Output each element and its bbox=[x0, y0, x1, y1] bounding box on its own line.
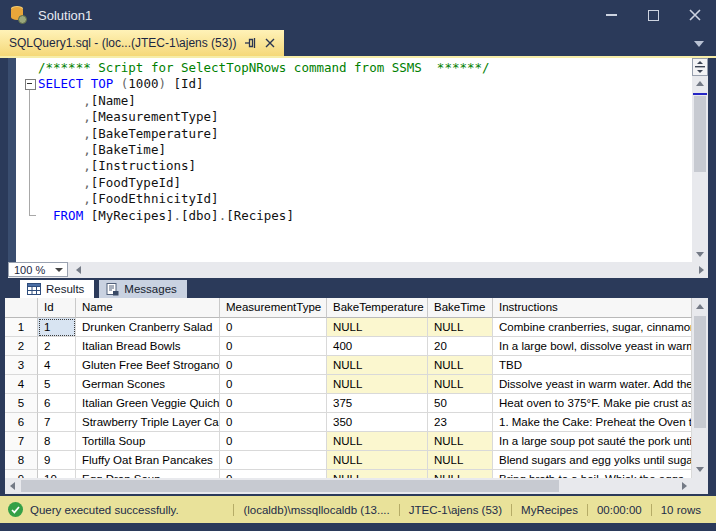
editor-vertical-scrollbar[interactable] bbox=[692, 76, 708, 262]
grid-cell[interactable]: 7 bbox=[38, 413, 76, 432]
grid-cell[interactable]: Italian Bread Bowls bbox=[76, 337, 220, 356]
grid-cell[interactable]: Combine cranberries, sugar, cinnamon, r bbox=[493, 318, 692, 337]
editor-vscroll-thumb[interactable] bbox=[694, 96, 706, 172]
grid-cell[interactable]: Strawberry Triple Layer Cake bbox=[76, 413, 220, 432]
scroll-left-icon[interactable] bbox=[10, 482, 15, 490]
grid-cell[interactable]: Fluffy Oat Bran Pancakes bbox=[76, 451, 220, 470]
editor-splitter-handle[interactable] bbox=[692, 58, 708, 76]
grid-cell[interactable]: 6 bbox=[38, 394, 76, 413]
pin-icon[interactable] bbox=[244, 37, 257, 49]
grid-cell[interactable]: 0 bbox=[220, 375, 327, 394]
grid-cell[interactable]: NULL bbox=[327, 470, 428, 478]
row-number-cell[interactable]: 6 bbox=[5, 413, 38, 432]
row-number-cell[interactable]: 7 bbox=[5, 432, 38, 451]
scroll-down-icon[interactable] bbox=[696, 467, 704, 472]
minimize-button[interactable] bbox=[590, 0, 632, 30]
column-header-baketemperature[interactable]: BakeTemperature bbox=[327, 298, 428, 318]
grid-cell[interactable]: 0 bbox=[220, 470, 327, 478]
document-tab-sqlquery1[interactable]: SQLQuery1.sql - (loc...(JTEC-1\ajens (53… bbox=[0, 30, 284, 56]
scroll-up-icon[interactable] bbox=[696, 304, 704, 309]
column-header-instructions[interactable]: Instructions bbox=[493, 298, 692, 318]
row-number-cell[interactable]: 9 bbox=[5, 470, 38, 478]
grid-cell[interactable]: NULL bbox=[428, 451, 493, 470]
ssms-solution-icon bbox=[9, 6, 27, 24]
grid-cell[interactable]: NULL bbox=[428, 432, 493, 451]
grid-cell[interactable]: Heat oven to 375°F. Make pie crust as d bbox=[493, 394, 692, 413]
grid-icon bbox=[27, 283, 41, 295]
grid-cell[interactable]: 375 bbox=[327, 394, 428, 413]
scroll-down-icon[interactable] bbox=[696, 252, 704, 257]
grid-cell[interactable]: 9 bbox=[38, 451, 76, 470]
grid-cell[interactable]: In a large bowl, dissolve yeast in warm … bbox=[493, 337, 692, 356]
editor-hscroll-left-icon[interactable] bbox=[76, 266, 81, 274]
grid-cell[interactable]: 0 bbox=[220, 413, 327, 432]
grid-cell[interactable]: Gluten Free Beef Stroganoff bbox=[76, 356, 220, 375]
column-header-name[interactable]: Name bbox=[76, 298, 220, 318]
grid-vscroll-thumb[interactable] bbox=[694, 316, 706, 428]
column-header-measurementtype[interactable]: MeasurementType bbox=[220, 298, 327, 318]
row-number-header[interactable] bbox=[5, 298, 38, 318]
grid-vertical-scrollbar[interactable] bbox=[692, 298, 708, 478]
grid-cell[interactable]: 2 bbox=[38, 337, 76, 356]
grid-cell[interactable]: 0 bbox=[220, 432, 327, 451]
grid-cell[interactable]: 400 bbox=[327, 337, 428, 356]
tab-results[interactable]: Results bbox=[20, 280, 94, 298]
table-row: 11Drunken Cranberry Salad0NULLNULLCombin… bbox=[5, 318, 692, 337]
grid-cell[interactable]: NULL bbox=[428, 470, 493, 478]
close-button[interactable] bbox=[674, 0, 716, 30]
grid-cell[interactable]: 8 bbox=[38, 432, 76, 451]
grid-horizontal-scrollbar[interactable] bbox=[5, 478, 692, 494]
grid-hscroll-thumb[interactable] bbox=[21, 480, 559, 492]
row-number-cell[interactable]: 3 bbox=[5, 356, 38, 375]
grid-cell[interactable]: Blend sugars and egg yolks until sugar d bbox=[493, 451, 692, 470]
row-number-cell[interactable]: 4 bbox=[5, 375, 38, 394]
grid-cell[interactable]: German Scones bbox=[76, 375, 220, 394]
grid-cell[interactable]: NULL bbox=[327, 451, 428, 470]
column-header-baketime[interactable]: BakeTime bbox=[428, 298, 493, 318]
grid-cell[interactable]: 0 bbox=[220, 318, 327, 337]
column-header-id[interactable]: Id bbox=[38, 298, 76, 318]
grid-cell[interactable]: 5 bbox=[38, 375, 76, 394]
maximize-button[interactable] bbox=[632, 0, 674, 30]
editor-zoom-select[interactable]: 100 % bbox=[8, 262, 68, 277]
grid-cell[interactable]: NULL bbox=[428, 318, 493, 337]
grid-cell[interactable]: NULL bbox=[428, 375, 493, 394]
grid-cell[interactable]: 20 bbox=[428, 337, 493, 356]
grid-cell[interactable]: TBD bbox=[493, 356, 692, 375]
grid-cell[interactable]: NULL bbox=[428, 356, 493, 375]
grid-cell[interactable]: NULL bbox=[327, 375, 428, 394]
tab-list-dropdown-icon[interactable] bbox=[694, 41, 704, 47]
grid-cell[interactable]: Drunken Cranberry Salad bbox=[76, 318, 220, 337]
sql-editor[interactable]: /****** Script for SelectTopNRows comman… bbox=[8, 58, 708, 262]
scroll-right-icon[interactable] bbox=[682, 482, 687, 490]
grid-cell[interactable]: Bring broth to a boil. Whisk the eggs bbox=[493, 470, 692, 478]
row-number-cell[interactable]: 5 bbox=[5, 394, 38, 413]
grid-cell[interactable]: 1. Make the Cake: Preheat the Oven to bbox=[493, 413, 692, 432]
code-fold-collapse-icon[interactable] bbox=[25, 79, 36, 90]
scroll-up-icon[interactable] bbox=[696, 81, 704, 86]
grid-cell[interactable]: 0 bbox=[220, 356, 327, 375]
grid-cell[interactable]: NULL bbox=[327, 356, 428, 375]
grid-cell[interactable]: Egg Drop Soup bbox=[76, 470, 220, 478]
tab-close-icon[interactable] bbox=[265, 38, 275, 48]
grid-cell[interactable]: Tortilla Soup bbox=[76, 432, 220, 451]
grid-cell[interactable]: 4 bbox=[38, 356, 76, 375]
row-number-cell[interactable]: 8 bbox=[5, 451, 38, 470]
grid-cell[interactable]: NULL bbox=[327, 432, 428, 451]
grid-cell[interactable]: 0 bbox=[220, 394, 327, 413]
grid-cell[interactable]: 1 bbox=[38, 318, 76, 337]
grid-cell[interactable]: Italian Green Veggie Quiche bbox=[76, 394, 220, 413]
grid-cell[interactable]: 350 bbox=[327, 413, 428, 432]
grid-cell[interactable]: Dissolve yeast in warm water. Add the 1 bbox=[493, 375, 692, 394]
editor-hscroll-right-icon[interactable] bbox=[699, 266, 704, 274]
grid-cell[interactable]: In a large soup pot sauté the pork until… bbox=[493, 432, 692, 451]
grid-cell[interactable]: 0 bbox=[220, 337, 327, 356]
row-number-cell[interactable]: 2 bbox=[5, 337, 38, 356]
grid-cell[interactable]: 23 bbox=[428, 413, 493, 432]
tab-messages[interactable]: Messages bbox=[99, 280, 186, 298]
grid-cell[interactable]: 10 bbox=[38, 470, 76, 478]
grid-cell[interactable]: 50 bbox=[428, 394, 493, 413]
row-number-cell[interactable]: 1 bbox=[5, 318, 38, 337]
grid-cell[interactable]: NULL bbox=[327, 318, 428, 337]
grid-cell[interactable]: 0 bbox=[220, 451, 327, 470]
